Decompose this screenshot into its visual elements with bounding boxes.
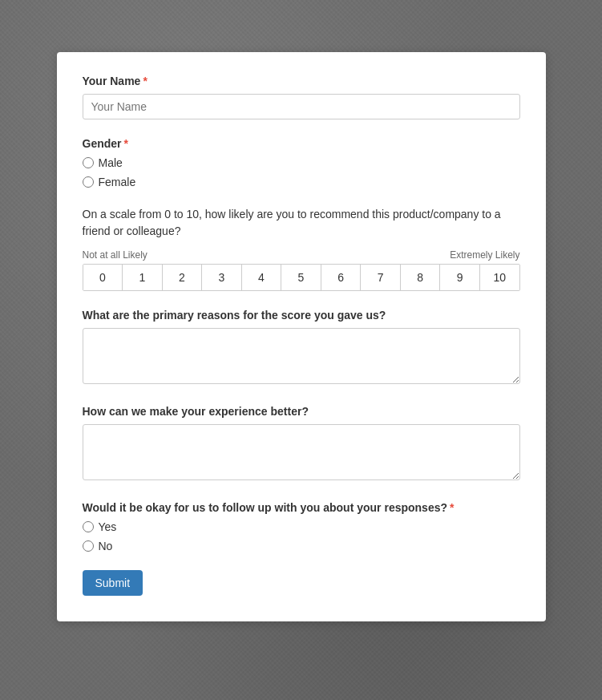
name-label: Your Name* xyxy=(83,75,520,87)
name-required-star: * xyxy=(143,75,147,87)
submit-button[interactable]: Submit xyxy=(83,570,143,596)
better-textarea[interactable] xyxy=(83,424,520,480)
gender-male-radio[interactable] xyxy=(83,157,94,168)
better-label: How can we make your experience better? xyxy=(83,405,520,418)
nps-btn-6[interactable]: 6 xyxy=(321,265,362,290)
followup-label: Would it be okay for us to follow up wit… xyxy=(83,501,520,514)
gender-radio-group: Male Female xyxy=(83,156,520,188)
nps-btn-4[interactable]: 4 xyxy=(242,265,282,290)
followup-field-group: Would it be okay for us to follow up wit… xyxy=(83,501,520,552)
gender-male-label: Male xyxy=(99,156,123,169)
nps-low-label: Not at all Likely xyxy=(83,249,147,261)
followup-yes-label: Yes xyxy=(99,520,117,533)
survey-form: Your Name* Gender* Male Female On a scal… xyxy=(57,52,546,621)
gender-label: Gender* xyxy=(83,137,520,150)
nps-btn-7[interactable]: 7 xyxy=(361,265,401,290)
reasons-textarea[interactable] xyxy=(83,328,520,384)
followup-yes-option[interactable]: Yes xyxy=(83,520,520,533)
followup-no-option[interactable]: No xyxy=(83,540,520,552)
better-field-group: How can we make your experience better? xyxy=(83,405,520,484)
gender-female-label: Female xyxy=(99,176,136,188)
followup-required-star: * xyxy=(450,501,454,514)
nps-high-label: Extremely Likely xyxy=(450,249,519,261)
name-field-group: Your Name* xyxy=(83,75,520,119)
nps-button-group: 012345678910 xyxy=(83,264,520,291)
followup-no-label: No xyxy=(99,540,113,552)
nps-section: On a scale from 0 to 10, how likely are … xyxy=(83,206,520,291)
nps-btn-8[interactable]: 8 xyxy=(401,265,441,290)
nps-labels: Not at all Likely Extremely Likely xyxy=(83,249,520,261)
followup-no-radio[interactable] xyxy=(83,540,94,552)
reasons-label: What are the primary reasons for the sco… xyxy=(83,309,520,322)
nps-btn-1[interactable]: 1 xyxy=(123,265,163,290)
gender-required-star: * xyxy=(124,137,128,150)
nps-btn-5[interactable]: 5 xyxy=(281,265,321,290)
followup-radio-group: Yes No xyxy=(83,520,520,552)
gender-field-group: Gender* Male Female xyxy=(83,137,520,188)
nps-question: On a scale from 0 to 10, how likely are … xyxy=(83,206,520,240)
nps-btn-10[interactable]: 10 xyxy=(480,265,519,290)
gender-male-option[interactable]: Male xyxy=(83,156,520,169)
nps-btn-3[interactable]: 3 xyxy=(202,265,242,290)
nps-btn-0[interactable]: 0 xyxy=(83,265,123,290)
gender-female-option[interactable]: Female xyxy=(83,176,520,188)
followup-yes-radio[interactable] xyxy=(83,521,94,532)
name-input[interactable] xyxy=(83,94,520,119)
reasons-field-group: What are the primary reasons for the sco… xyxy=(83,309,520,387)
nps-btn-2[interactable]: 2 xyxy=(163,265,203,290)
gender-female-radio[interactable] xyxy=(83,176,94,188)
nps-btn-9[interactable]: 9 xyxy=(440,265,480,290)
